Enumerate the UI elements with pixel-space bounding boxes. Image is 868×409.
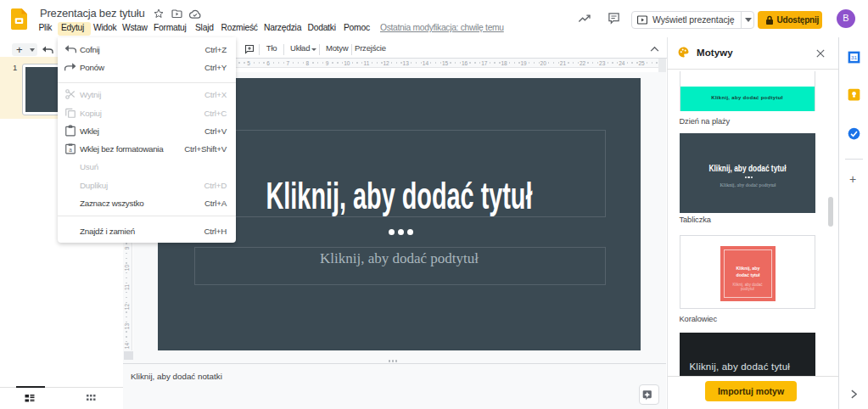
svg-text:31: 31	[851, 54, 857, 60]
svg-text:a: a	[69, 147, 72, 153]
